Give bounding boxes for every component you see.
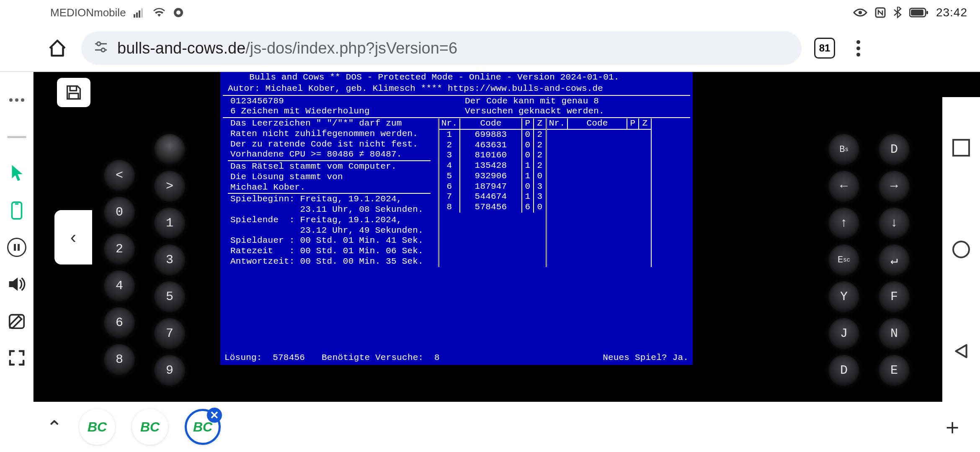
wifi-icon bbox=[153, 8, 165, 18]
virtual-key-0[interactable]: 0 bbox=[104, 197, 135, 228]
virtual-key-J[interactable]: J bbox=[828, 318, 859, 349]
svg-rect-1 bbox=[136, 13, 138, 18]
android-nav-bar bbox=[942, 97, 980, 402]
virtual-key-D[interactable]: D bbox=[828, 355, 859, 386]
svg-rect-15 bbox=[12, 202, 21, 219]
guess-row: 857845660 bbox=[439, 202, 546, 213]
virtual-key-sym[interactable]: ← bbox=[828, 171, 859, 202]
guess-row: 246363102 bbox=[439, 140, 546, 151]
virtual-keypad-left-a: <02468 bbox=[104, 160, 135, 375]
svg-rect-0 bbox=[134, 14, 135, 18]
save-button[interactable] bbox=[57, 78, 90, 107]
guess-row: 169988302 bbox=[439, 130, 546, 140]
svg-rect-10 bbox=[926, 11, 928, 14]
dos-info-line: Spieldauer : 00 Std. 01 Min. 41 Sek. bbox=[225, 236, 433, 246]
virtual-key-sym[interactable]: ↵ bbox=[879, 244, 910, 275]
tab-favicon-active[interactable]: BC ✕ bbox=[185, 409, 221, 445]
virtual-key-4[interactable]: 4 bbox=[104, 270, 135, 301]
virtual-keypad-right-c: Bs←↑EscYJD bbox=[828, 134, 859, 386]
chrome-overflow-menu[interactable] bbox=[848, 38, 869, 59]
dos-info-line: Raten nicht zuhilfegenommen werden. bbox=[225, 129, 433, 139]
more-icon[interactable] bbox=[5, 89, 28, 111]
sync-icon bbox=[173, 7, 184, 18]
nav-back-icon[interactable] bbox=[952, 342, 970, 360]
virtual-key-8[interactable]: 8 bbox=[104, 344, 135, 375]
sound-icon[interactable] bbox=[5, 273, 28, 295]
virtual-key-N[interactable]: N bbox=[879, 318, 910, 349]
edit-icon[interactable] bbox=[5, 310, 28, 332]
svg-rect-2 bbox=[139, 10, 140, 18]
tab-favicon-2[interactable]: BC bbox=[132, 409, 168, 445]
dos-guess-table-1: Nr. Code P Z 169988302246363102381016002… bbox=[438, 118, 547, 267]
pause-icon[interactable] bbox=[5, 236, 28, 259]
virtual-key-E[interactable]: E bbox=[879, 355, 910, 386]
dos-info-panel: Das Leerzeichen " "/"*" darf zumRaten ni… bbox=[220, 118, 438, 267]
virtual-key-3[interactable]: 3 bbox=[154, 244, 185, 275]
virtual-keypad-left-b: >13579 bbox=[154, 134, 185, 386]
virtual-key-sym[interactable]: ↑ bbox=[828, 208, 859, 239]
virtual-key-F[interactable]: F bbox=[879, 281, 910, 312]
svg-rect-18 bbox=[70, 86, 76, 91]
pointer-icon[interactable] bbox=[5, 162, 28, 185]
url-bar[interactable]: bulls-and-cows.de/js-dos/index.php?jsVer… bbox=[81, 31, 802, 65]
virtual-key-sym[interactable]: < bbox=[104, 160, 135, 191]
nav-recent-icon[interactable] bbox=[952, 139, 970, 157]
guess-row: 618794703 bbox=[439, 182, 546, 192]
dos-footer: Lösung: 578456 Benötigte Versuche: 8 Neu… bbox=[220, 352, 693, 365]
android-status-bar: MEDIONmobile 23:42 bbox=[0, 0, 980, 25]
dos-info-line: Ratezeit : 00 Std. 01 Min. 06 Sek. bbox=[225, 246, 433, 257]
dos-info-line: Antwortzeit: 00 Std. 00 Min. 35 Sek. bbox=[225, 257, 433, 267]
clock-label: 23:42 bbox=[936, 6, 967, 19]
tab-favicon-1[interactable]: BC bbox=[79, 409, 115, 445]
home-icon[interactable] bbox=[46, 37, 69, 59]
virtual-key-9[interactable]: 9 bbox=[154, 355, 185, 386]
eye-icon bbox=[853, 8, 867, 18]
virtual-key-sym[interactable]: ↓ bbox=[879, 208, 910, 239]
dos-info-line: Die Lösung stammt von bbox=[225, 172, 433, 182]
guess-row: 593290610 bbox=[439, 171, 546, 182]
virtual-key-blank[interactable] bbox=[154, 134, 185, 165]
virtual-key-D[interactable]: D bbox=[879, 134, 910, 165]
fullscreen-icon[interactable] bbox=[5, 347, 28, 369]
svg-point-6 bbox=[859, 11, 862, 14]
url-host: bulls-and-cows.de bbox=[117, 39, 245, 57]
virtual-key-6[interactable]: 6 bbox=[104, 307, 135, 338]
virtual-key-sym[interactable]: → bbox=[879, 171, 910, 202]
virtual-keypad-right-d: D→↓↵FNE bbox=[879, 134, 910, 386]
nav-home-icon[interactable] bbox=[952, 241, 970, 258]
dos-info-line: Spielbeginn: Freitag, 19.1.2024, bbox=[225, 194, 433, 205]
virtual-key-5[interactable]: 5 bbox=[154, 281, 185, 312]
virtual-key-7[interactable]: 7 bbox=[154, 318, 185, 349]
tab-strip-expand-icon[interactable]: ⌄ bbox=[46, 416, 62, 438]
virtual-key-sym[interactable]: > bbox=[154, 171, 185, 202]
dos-info-line: Vorhandene CPU >= 80486 ≠ 80487. bbox=[225, 149, 433, 160]
dos-info-line: Der zu ratende Code ist nicht fest. bbox=[225, 139, 433, 150]
tab-switcher[interactable]: 81 bbox=[814, 38, 835, 59]
dos-info-line: Das Rätsel stammt vom Computer. bbox=[225, 162, 433, 172]
virtual-key-Esymc[interactable]: Esc bbox=[828, 244, 859, 275]
virtual-key-Y[interactable]: Y bbox=[828, 281, 859, 312]
dos-screen[interactable]: Bulls and Cows ** DOS - Protected Mode -… bbox=[220, 72, 693, 365]
virtual-key-1[interactable]: 1 bbox=[154, 208, 185, 239]
bluetooth-icon bbox=[893, 7, 902, 18]
svg-point-14 bbox=[101, 48, 105, 52]
mobile-icon[interactable] bbox=[5, 199, 28, 222]
chrome-tab-strip: ⌄ BC BC BC ✕ ＋ bbox=[0, 402, 980, 452]
collapse-handle[interactable]: ‹ bbox=[54, 210, 92, 265]
site-settings-icon[interactable] bbox=[94, 40, 108, 57]
new-tab-button[interactable]: ＋ bbox=[941, 412, 963, 442]
svg-rect-19 bbox=[69, 93, 78, 99]
svg-point-5 bbox=[176, 10, 181, 15]
svg-rect-17 bbox=[9, 315, 24, 328]
virtual-key-2[interactable]: 2 bbox=[104, 234, 135, 265]
virtual-key-Bsym[interactable]: Bs bbox=[828, 134, 859, 165]
dos-info-line: Das Leerzeichen " "/"*" darf zum bbox=[225, 118, 433, 129]
close-tab-icon[interactable]: ✕ bbox=[207, 408, 222, 423]
handle-icon[interactable] bbox=[5, 126, 28, 148]
guess-row: 754467413 bbox=[439, 192, 546, 202]
dos-info-line: Michael Kober. bbox=[225, 182, 433, 193]
dos-info-line: 23.12 Uhr, 49 Sekunden. bbox=[225, 226, 433, 236]
jsdos-sidebar bbox=[0, 72, 34, 402]
dos-info-line: Spielende : Freitag, 19.1.2024, bbox=[225, 215, 433, 226]
carrier-label: MEDIONmobile bbox=[50, 6, 126, 19]
